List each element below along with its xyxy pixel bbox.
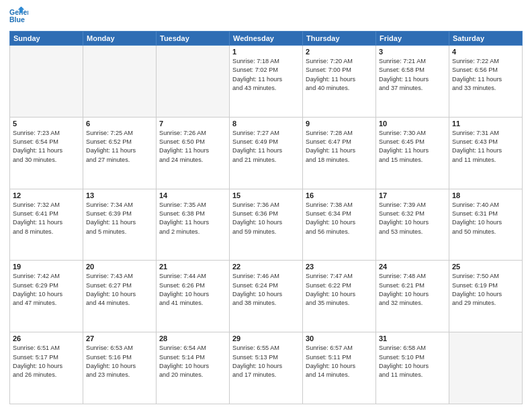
day-info: Sunrise: 7:43 AM Sunset: 6:27 PM Dayligh…: [86, 272, 153, 308]
calendar-cell: 3Sunrise: 7:21 AM Sunset: 6:58 PM Daylig…: [376, 46, 449, 118]
day-info: Sunrise: 7:28 AM Sunset: 6:47 PM Dayligh…: [306, 129, 373, 165]
calendar-cell: [449, 332, 523, 404]
day-info: Sunrise: 7:21 AM Sunset: 6:58 PM Dayligh…: [379, 57, 446, 93]
day-info: Sunrise: 6:53 AM Sunset: 5:16 PM Dayligh…: [86, 344, 153, 379]
day-number: 23: [306, 263, 373, 271]
calendar-table: SundayMondayTuesdayWednesdayThursdayFrid…: [9, 31, 523, 404]
calendar-cell: 14Sunrise: 7:35 AM Sunset: 6:38 PM Dayli…: [157, 189, 230, 261]
day-info: Sunrise: 7:39 AM Sunset: 6:32 PM Dayligh…: [379, 201, 446, 236]
calendar-week-row: 1Sunrise: 7:18 AM Sunset: 7:02 PM Daylig…: [10, 46, 523, 118]
day-number: 14: [159, 191, 226, 199]
day-number: 6: [86, 120, 153, 128]
calendar-cell: 12Sunrise: 7:32 AM Sunset: 6:41 PM Dayli…: [10, 189, 83, 261]
day-info: Sunrise: 7:30 AM Sunset: 6:45 PM Dayligh…: [379, 129, 446, 165]
weekday-header-friday: Friday: [376, 32, 449, 46]
calendar-week-row: 26Sunrise: 6:51 AM Sunset: 5:17 PM Dayli…: [10, 332, 523, 404]
calendar-cell: 10Sunrise: 7:30 AM Sunset: 6:45 PM Dayli…: [376, 117, 449, 189]
calendar-cell: 2Sunrise: 7:20 AM Sunset: 7:00 PM Daylig…: [303, 46, 376, 118]
calendar-cell: 20Sunrise: 7:43 AM Sunset: 6:27 PM Dayli…: [83, 261, 157, 332]
day-info: Sunrise: 6:55 AM Sunset: 5:13 PM Dayligh…: [232, 344, 300, 379]
calendar-cell: [157, 46, 230, 118]
day-number: 30: [306, 334, 373, 342]
logo-icon: General Blue: [9, 7, 28, 26]
day-info: Sunrise: 7:20 AM Sunset: 7:00 PM Dayligh…: [306, 57, 373, 93]
day-number: 25: [452, 263, 519, 271]
day-number: 9: [306, 120, 373, 128]
day-number: 2: [306, 48, 373, 56]
day-info: Sunrise: 7:27 AM Sunset: 6:49 PM Dayligh…: [232, 129, 300, 165]
calendar-header-row: SundayMondayTuesdayWednesdayThursdayFrid…: [10, 32, 523, 46]
calendar-cell: 31Sunrise: 6:58 AM Sunset: 5:10 PM Dayli…: [376, 332, 449, 404]
calendar-cell: 29Sunrise: 6:55 AM Sunset: 5:13 PM Dayli…: [230, 332, 303, 404]
calendar-cell: 4Sunrise: 7:22 AM Sunset: 6:56 PM Daylig…: [449, 46, 523, 118]
day-info: Sunrise: 6:57 AM Sunset: 5:11 PM Dayligh…: [306, 344, 373, 379]
day-info: Sunrise: 7:36 AM Sunset: 6:36 PM Dayligh…: [232, 201, 300, 236]
calendar-cell: 18Sunrise: 7:40 AM Sunset: 6:31 PM Dayli…: [449, 189, 523, 261]
calendar-cell: 24Sunrise: 7:48 AM Sunset: 6:21 PM Dayli…: [376, 261, 449, 332]
weekday-header-sunday: Sunday: [10, 32, 83, 46]
day-number: 18: [452, 191, 519, 199]
day-info: Sunrise: 7:35 AM Sunset: 6:38 PM Dayligh…: [159, 201, 226, 236]
day-info: Sunrise: 6:54 AM Sunset: 5:14 PM Dayligh…: [159, 344, 226, 379]
weekday-header-tuesday: Tuesday: [157, 32, 230, 46]
calendar-cell: 25Sunrise: 7:50 AM Sunset: 6:19 PM Dayli…: [449, 261, 523, 332]
day-info: Sunrise: 6:58 AM Sunset: 5:10 PM Dayligh…: [379, 344, 446, 379]
day-number: 5: [13, 120, 80, 128]
day-info: Sunrise: 7:32 AM Sunset: 6:41 PM Dayligh…: [13, 201, 80, 236]
day-info: Sunrise: 7:42 AM Sunset: 6:29 PM Dayligh…: [13, 272, 80, 308]
weekday-header-saturday: Saturday: [449, 32, 523, 46]
day-info: Sunrise: 7:26 AM Sunset: 6:50 PM Dayligh…: [159, 129, 226, 165]
day-info: Sunrise: 7:46 AM Sunset: 6:24 PM Dayligh…: [232, 272, 300, 308]
day-number: 11: [452, 120, 519, 128]
day-info: Sunrise: 7:18 AM Sunset: 7:02 PM Dayligh…: [232, 57, 300, 93]
calendar-cell: 28Sunrise: 6:54 AM Sunset: 5:14 PM Dayli…: [157, 332, 230, 404]
day-number: 17: [379, 191, 446, 199]
day-info: Sunrise: 6:51 AM Sunset: 5:17 PM Dayligh…: [13, 344, 80, 379]
header: General Blue: [9, 7, 523, 26]
day-number: 8: [232, 120, 300, 128]
calendar-cell: 26Sunrise: 6:51 AM Sunset: 5:17 PM Dayli…: [10, 332, 83, 404]
calendar-cell: 16Sunrise: 7:38 AM Sunset: 6:34 PM Dayli…: [303, 189, 376, 261]
calendar-cell: [10, 46, 83, 118]
day-number: 13: [86, 191, 153, 199]
calendar-cell: 30Sunrise: 6:57 AM Sunset: 5:11 PM Dayli…: [303, 332, 376, 404]
calendar-cell: 17Sunrise: 7:39 AM Sunset: 6:32 PM Dayli…: [376, 189, 449, 261]
day-info: Sunrise: 7:47 AM Sunset: 6:22 PM Dayligh…: [306, 272, 373, 308]
calendar-cell: 8Sunrise: 7:27 AM Sunset: 6:49 PM Daylig…: [230, 117, 303, 189]
day-number: 21: [159, 263, 226, 271]
day-number: 4: [452, 48, 519, 56]
day-number: 28: [159, 334, 226, 342]
day-number: 7: [159, 120, 226, 128]
calendar-cell: 5Sunrise: 7:23 AM Sunset: 6:54 PM Daylig…: [10, 117, 83, 189]
day-number: 15: [232, 191, 300, 199]
day-number: 24: [379, 263, 446, 271]
calendar-week-row: 19Sunrise: 7:42 AM Sunset: 6:29 PM Dayli…: [10, 261, 523, 332]
day-number: 16: [306, 191, 373, 199]
weekday-header-thursday: Thursday: [303, 32, 376, 46]
calendar-cell: 23Sunrise: 7:47 AM Sunset: 6:22 PM Dayli…: [303, 261, 376, 332]
day-number: 19: [13, 263, 80, 271]
day-number: 1: [232, 48, 300, 56]
page: General Blue SundayMondayTuesdayWednesda…: [0, 0, 532, 411]
day-info: Sunrise: 7:34 AM Sunset: 6:39 PM Dayligh…: [86, 201, 153, 236]
day-info: Sunrise: 7:48 AM Sunset: 6:21 PM Dayligh…: [379, 272, 446, 308]
day-number: 27: [86, 334, 153, 342]
calendar-cell: 27Sunrise: 6:53 AM Sunset: 5:16 PM Dayli…: [83, 332, 157, 404]
day-info: Sunrise: 7:22 AM Sunset: 6:56 PM Dayligh…: [452, 57, 519, 93]
day-number: 3: [379, 48, 446, 56]
weekday-header-monday: Monday: [83, 32, 157, 46]
weekday-header-wednesday: Wednesday: [230, 32, 303, 46]
day-info: Sunrise: 7:40 AM Sunset: 6:31 PM Dayligh…: [452, 201, 519, 236]
day-number: 29: [232, 334, 300, 342]
day-info: Sunrise: 7:44 AM Sunset: 6:26 PM Dayligh…: [159, 272, 226, 308]
calendar-cell: 22Sunrise: 7:46 AM Sunset: 6:24 PM Dayli…: [230, 261, 303, 332]
day-number: 10: [379, 120, 446, 128]
calendar-week-row: 5Sunrise: 7:23 AM Sunset: 6:54 PM Daylig…: [10, 117, 523, 189]
day-number: 22: [232, 263, 300, 271]
day-info: Sunrise: 7:23 AM Sunset: 6:54 PM Dayligh…: [13, 129, 80, 165]
calendar-cell: 21Sunrise: 7:44 AM Sunset: 6:26 PM Dayli…: [157, 261, 230, 332]
calendar-cell: 19Sunrise: 7:42 AM Sunset: 6:29 PM Dayli…: [10, 261, 83, 332]
svg-text:Blue: Blue: [9, 15, 25, 24]
calendar-cell: 1Sunrise: 7:18 AM Sunset: 7:02 PM Daylig…: [230, 46, 303, 118]
day-info: Sunrise: 7:31 AM Sunset: 6:43 PM Dayligh…: [452, 129, 519, 165]
